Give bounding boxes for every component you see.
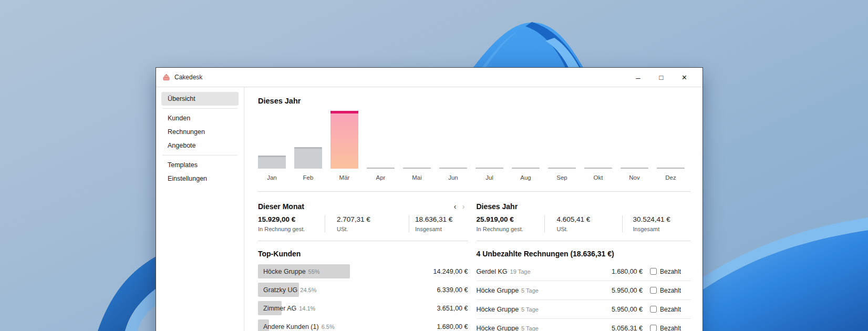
sidebar-item-rechnungen[interactable]: Rechnungen	[161, 125, 239, 139]
close-button[interactable]: ✕	[677, 70, 692, 84]
customer-name: Andere Kunden (1)	[263, 323, 319, 330]
chart-column: Feb	[294, 111, 322, 181]
stat-month-total: 18.636,31 € Insgesamt	[409, 215, 468, 232]
paid-toggle: Bezahlt	[650, 325, 690, 331]
chart-month-label: Mai	[403, 174, 431, 181]
chart-bar-nov	[621, 168, 648, 169]
chart-month-label: Jan	[258, 174, 286, 181]
month-nav: ‹ ›	[454, 202, 465, 210]
chart-month-label: Dez	[657, 174, 685, 181]
invoice-amount: 5.056,31 €	[612, 325, 643, 331]
customer-name: Höcke Gruppe	[263, 268, 306, 275]
stat-year-total: 30.524,41 € Insgesamt	[622, 215, 691, 232]
customer-percent: 24.5%	[300, 287, 316, 293]
prev-month-button[interactable]: ‹	[454, 202, 457, 210]
chart-bar-apr	[367, 168, 395, 169]
stat-month-vat: 2.707,31 € USt.	[325, 215, 409, 232]
customer-name: Gratzky UG	[263, 286, 297, 294]
chart-column: Jun	[439, 111, 467, 181]
chart-month-label: Nov	[621, 174, 648, 181]
invoice-row[interactable]: Höcke Gruppe 5 Tage 5.950,00 € Bezahlt	[477, 281, 691, 299]
bezahlt-label[interactable]: Bezahlt	[660, 306, 681, 313]
customer-amount: 14.249,00 €	[433, 268, 468, 275]
chart-title: Dieses Jahr	[258, 96, 690, 106]
bezahlt-label[interactable]: Bezahlt	[660, 287, 681, 294]
chart-column: Mai	[403, 111, 431, 181]
top-customers-section: Top-Kunden Höcke Gruppe 55% 14.249,00 € …	[258, 241, 468, 331]
stats-this-month: Dieser Monat ‹ › 15.929,00 € In Rechnung…	[258, 202, 468, 232]
unpaid-invoices-title: 4 Unbezahlte Rechnungen (18.636,31 €)	[477, 250, 691, 258]
sidebar-item-angebote[interactable]: Angebote	[161, 139, 239, 152]
stats-year-title: Dieses Jahr	[477, 202, 518, 211]
invoice-customer: Höcke Gruppe	[477, 287, 519, 294]
chart-bar-dez	[657, 168, 685, 169]
sidebar-divider	[162, 155, 237, 156]
invoice-row[interactable]: Höcke Gruppe 5 Tage 5.950,00 € Bezahlt	[477, 299, 691, 318]
invoice-amount: 1.680,00 €	[612, 268, 643, 275]
customer-amount: 3.651,00 €	[437, 305, 468, 312]
chart-month-label: Apr	[367, 174, 395, 181]
sidebar-item-einstellungen[interactable]: Einstellungen	[161, 172, 239, 185]
stat-month-invoiced: 15.929,00 € In Rechnung gest.	[258, 215, 325, 232]
bezahlt-checkbox[interactable]	[650, 287, 657, 294]
bezahlt-label[interactable]: Bezahlt	[660, 268, 681, 275]
paid-toggle: Bezahlt	[650, 287, 690, 294]
chart-column: Okt	[584, 111, 612, 181]
customer-name: Zimmer AG	[263, 305, 296, 312]
stats-month-title: Dieser Monat	[258, 202, 304, 211]
chart-bar-feb	[294, 147, 322, 169]
paid-toggle: Bezahlt	[650, 268, 690, 275]
sidebar-item-kunden[interactable]: Kunden	[161, 111, 239, 125]
chart-month-label: Sep	[548, 174, 576, 181]
chart-month-label: Feb	[294, 174, 322, 181]
customer-percent: 6.5%	[322, 324, 335, 330]
sidebar-item-uebersicht[interactable]: Übersicht	[161, 92, 239, 106]
next-month-button[interactable]: ›	[462, 202, 465, 210]
stat-year-vat: 4.605,41 € USt.	[544, 215, 622, 232]
invoice-row[interactable]: Höcke Gruppe 5 Tage 5.056,31 € Bezahlt	[477, 318, 691, 331]
chart-month-label: Jun	[439, 174, 467, 181]
sidebar-item-templates[interactable]: Templates	[161, 158, 239, 172]
maximize-button[interactable]: □	[654, 70, 669, 84]
invoice-age: 5 Tage	[521, 306, 539, 313]
chart-month-label: Mär	[330, 174, 358, 181]
chart-bar-mai	[403, 168, 431, 169]
invoice-customer: Höcke Gruppe	[477, 325, 519, 331]
minimize-button[interactable]: –	[631, 70, 646, 84]
bezahlt-checkbox[interactable]	[650, 268, 657, 275]
chart-column: Sep	[548, 111, 576, 181]
bezahlt-label[interactable]: Bezahlt	[660, 325, 681, 331]
stat-year-invoiced: 25.919,00 € In Rechnung gest.	[477, 215, 544, 232]
top-customers-title: Top-Kunden	[258, 250, 468, 258]
customer-percent: 14.1%	[299, 305, 315, 312]
customer-row: Andere Kunden (1) 6.5% 1.680,00 €	[258, 317, 468, 331]
chart-bar-mär	[330, 111, 358, 169]
customer-percent: 55%	[308, 268, 320, 275]
window-body: Übersicht Kunden Rechnungen Angebote Tem…	[156, 87, 702, 331]
chart-month-label: Jul	[476, 174, 503, 181]
bezahlt-checkbox[interactable]	[650, 325, 657, 331]
customer-amount: 6.339,00 €	[437, 286, 468, 294]
window-controls: – □ ✕	[631, 70, 696, 84]
stats-this-year: Dieses Jahr 25.919,00 € In Rechnung gest…	[477, 202, 691, 232]
paid-toggle: Bezahlt	[650, 306, 690, 313]
main-content: Dieses Jahr JanFebMärAprMaiJunJulAugSepO…	[244, 87, 702, 331]
chart-bar-jun	[439, 168, 467, 169]
customer-row: Zimmer AG 14.1% 3.651,00 €	[258, 299, 468, 317]
chart-column: Mär	[330, 111, 358, 181]
invoice-customer: Höcke Gruppe	[477, 306, 519, 313]
chart-column: Aug	[512, 111, 540, 181]
stats-row: Dieser Monat ‹ › 15.929,00 € In Rechnung…	[258, 192, 690, 232]
invoice-age: 5 Tage	[521, 287, 539, 294]
bezahlt-checkbox[interactable]	[650, 306, 657, 313]
customer-row: Gratzky UG 24.5% 6.339,00 €	[258, 281, 468, 299]
chart-month-label: Okt	[584, 174, 612, 181]
invoice-row[interactable]: Gerdel KG 19 Tage 1.680,00 € Bezahlt	[477, 262, 691, 281]
unpaid-invoices-section: 4 Unbezahlte Rechnungen (18.636,31 €) Ge…	[477, 241, 691, 331]
chart-bar-okt	[584, 168, 612, 169]
invoice-age: 5 Tage	[521, 325, 539, 331]
sidebar-divider	[162, 108, 237, 109]
revenue-bar-chart: JanFebMärAprMaiJunJulAugSepOktNovDez	[258, 111, 690, 181]
chart-bar-aug	[512, 168, 540, 169]
invoice-amount: 5.950,00 €	[612, 287, 643, 294]
